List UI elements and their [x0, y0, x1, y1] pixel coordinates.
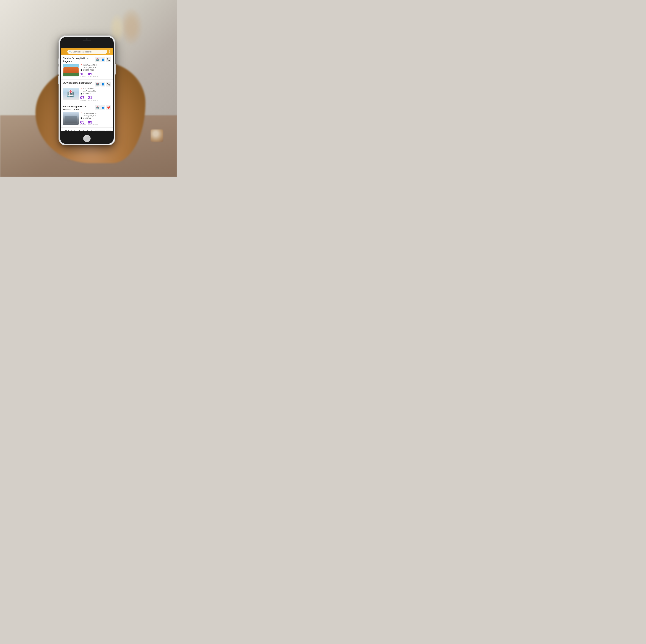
- hospital-name-ronald: Ronald Reagan UCLA Medical Center: [63, 105, 95, 111]
- people-icon[interactable]: 👥: [100, 57, 105, 62]
- hospital-image-childrens: [63, 64, 79, 77]
- phone-power-button: [115, 64, 116, 75]
- hospital-info-ronald: 📍 757 Westwood Plz Los Angeles, CA 📱 310…: [80, 112, 111, 125]
- floors-stat-ronald: 03 FLOORS: [80, 120, 86, 125]
- phone-icon[interactable]: 📞: [106, 57, 111, 62]
- address-text-childrens: 4650 Sunset Blvd Los Angeles, CA: [83, 64, 97, 69]
- card-icons-uclamd: 🏥 👥 ❤️: [95, 130, 111, 131]
- hand-container: ← 🔍 Search Local Hospitals ⋮ Children's …: [46, 27, 131, 159]
- depts-label-ronald: DEPARTMENTS: [88, 124, 98, 125]
- phone-volume-down-button: [58, 76, 59, 84]
- hospital-name-childrens: Children's Hospital Los Angeles: [63, 57, 95, 63]
- card-header-childrens: Children's Hospital Los Angeles 🏥 👥 📞: [63, 57, 111, 63]
- address-text-stv: 2131 W 3rd St Los Angeles, CA: [83, 88, 96, 92]
- floors-number-ronald: 03: [80, 120, 86, 124]
- depts-stat-ronald: 09 DEPARTMENTS: [88, 120, 98, 125]
- phone-number-childrens: 323-660-2450: [83, 69, 94, 71]
- building-icon-ronald[interactable]: 🏥: [95, 105, 100, 110]
- floors-number-stv: 07: [80, 96, 86, 100]
- card-header-stv: St. Vincent Medical Center 🏥 👥 📞: [63, 82, 111, 87]
- hospital-image-stv: [63, 88, 79, 100]
- depts-stat-stv: 21 DEPARTMENTS: [88, 96, 98, 101]
- address-stv: 📍 2131 W 3rd St Los Angeles, CA: [80, 88, 111, 92]
- heart-icon-uclamd[interactable]: ❤️: [106, 130, 111, 131]
- phone-icon-ronald-sym: 📱: [80, 117, 82, 119]
- people-icon-ronald[interactable]: 👥: [100, 105, 105, 110]
- phone-screen: ← 🔍 Search Local Hospitals ⋮ Children's …: [61, 48, 113, 131]
- stats-childrens: 10 FLOORS 09 DEPARTMENTS: [80, 72, 111, 77]
- hospital-card-stv[interactable]: St. Vincent Medical Center 🏥 👥 📞: [61, 80, 113, 103]
- card-header-ronald: Ronald Reagan UCLA Medical Center 🏥 👥 ❤️: [63, 105, 111, 111]
- depts-label-childrens: DEPARTMENTS: [88, 76, 98, 77]
- phone-scene: ← 🔍 Search Local Hospitals ⋮ Children's …: [46, 27, 131, 159]
- phone-number-stv: 213-484-7111: [83, 93, 94, 95]
- depts-label-stv: DEPARTMENTS: [88, 100, 98, 101]
- building-icon-stv[interactable]: 🏥: [95, 82, 100, 87]
- app-header: ← 🔍 Search Local Hospitals ⋮: [61, 48, 113, 55]
- card-icons-childrens: 🏥 👥 📞: [95, 57, 111, 62]
- phone-number-ronald: 310-825-9111: [83, 117, 94, 119]
- location-icon-stv: 📍: [80, 88, 82, 90]
- card-header-uclamd: UCLA Medical Center Santa Monica 🏥 👥 ❤️: [63, 130, 111, 131]
- card-icons-stv: 🏥 👥 📞: [95, 82, 111, 87]
- phone-camera: [86, 38, 88, 40]
- depts-number-stv: 21: [88, 96, 98, 100]
- phone-icon-stv[interactable]: 📞: [106, 82, 111, 87]
- floors-stat-childrens: 10 FLOORS: [80, 72, 86, 77]
- hospital-info-childrens: 📍 4650 Sunset Blvd Los Angeles, CA 📱 323…: [80, 64, 111, 77]
- people-icon-uclamd[interactable]: 👥: [100, 130, 105, 131]
- stats-stv: 07 FLOORS 21 DEPARTMENTS: [80, 96, 111, 101]
- hospital-image-ronald: [63, 112, 79, 125]
- heart-icon-ronald[interactable]: ❤️: [106, 105, 111, 110]
- building-icon-uclamd[interactable]: 🏥: [95, 130, 100, 131]
- phone-home-button[interactable]: [83, 135, 91, 142]
- phone-ronald: 📱 310-825-9111: [80, 117, 111, 119]
- phone-mute-button: [58, 59, 59, 64]
- location-icon: 📍: [80, 64, 82, 66]
- hospital-card-uclamd[interactable]: UCLA Medical Center Santa Monica 🏥 👥 ❤️: [61, 128, 113, 131]
- card-body-stv: 📍 2131 W 3rd St Los Angeles, CA 📱 213-48…: [63, 88, 111, 101]
- search-icon: 🔍: [69, 50, 72, 53]
- floors-label-ronald: FLOORS: [80, 124, 86, 125]
- floors-label-stv: FLOORS: [80, 100, 86, 101]
- phone-speaker: [83, 40, 91, 41]
- search-input-text: Search Local Hospitals: [73, 51, 93, 53]
- floors-stat-stv: 07 FLOORS: [80, 96, 86, 101]
- building-icon[interactable]: 🏥: [95, 57, 100, 62]
- phone-volume-up-button: [58, 67, 59, 75]
- phone-icon-childrens: 📱: [80, 69, 82, 71]
- coffee-cup: [151, 129, 163, 142]
- hospital-name-uclamd: UCLA Medical Center Santa Monica: [63, 130, 95, 131]
- address-text-ronald: 757 Westwood Plz Los Angeles, CA: [83, 112, 97, 117]
- search-bar[interactable]: 🔍 Search Local Hospitals: [68, 49, 107, 54]
- card-body-ronald: 📍 757 Westwood Plz Los Angeles, CA 📱 310…: [63, 112, 111, 125]
- phone-icon-stv-sym: 📱: [80, 93, 82, 95]
- floors-number-childrens: 10: [80, 72, 86, 76]
- hospital-name-stv: St. Vincent Medical Center: [63, 82, 95, 85]
- phone-childrens: 📱 323-660-2450: [80, 69, 111, 71]
- back-button[interactable]: ←: [63, 50, 66, 53]
- phone-frame: ← 🔍 Search Local Hospitals ⋮ Children's …: [59, 35, 115, 145]
- phone-stv: 📱 213-484-7111: [80, 93, 111, 95]
- people-icon-stv[interactable]: 👥: [100, 82, 105, 87]
- stats-ronald: 03 FLOORS 09 DEPARTMENTS: [80, 120, 111, 125]
- hospital-card-ronald[interactable]: Ronald Reagan UCLA Medical Center 🏥 👥 ❤️: [61, 103, 113, 127]
- depts-number-ronald: 09: [88, 120, 98, 124]
- card-icons-ronald: 🏥 👥 ❤️: [95, 105, 111, 110]
- hospital-card-childrens[interactable]: Children's Hospital Los Angeles 🏥 👥 📞: [61, 55, 113, 79]
- menu-button[interactable]: ⋮: [108, 50, 111, 53]
- address-childrens: 📍 4650 Sunset Blvd Los Angeles, CA: [80, 64, 111, 69]
- depts-number-childrens: 09: [88, 72, 98, 76]
- card-body-childrens: 📍 4650 Sunset Blvd Los Angeles, CA 📱 323…: [63, 64, 111, 77]
- floors-label-childrens: FLOORS: [80, 76, 86, 77]
- depts-stat-childrens: 09 DEPARTMENTS: [88, 72, 98, 77]
- hospital-info-stv: 📍 2131 W 3rd St Los Angeles, CA 📱 213-48…: [80, 88, 111, 101]
- hospital-list: Children's Hospital Los Angeles 🏥 👥 📞: [61, 55, 113, 131]
- address-ronald: 📍 757 Westwood Plz Los Angeles, CA: [80, 112, 111, 117]
- location-icon-ronald: 📍: [80, 112, 82, 114]
